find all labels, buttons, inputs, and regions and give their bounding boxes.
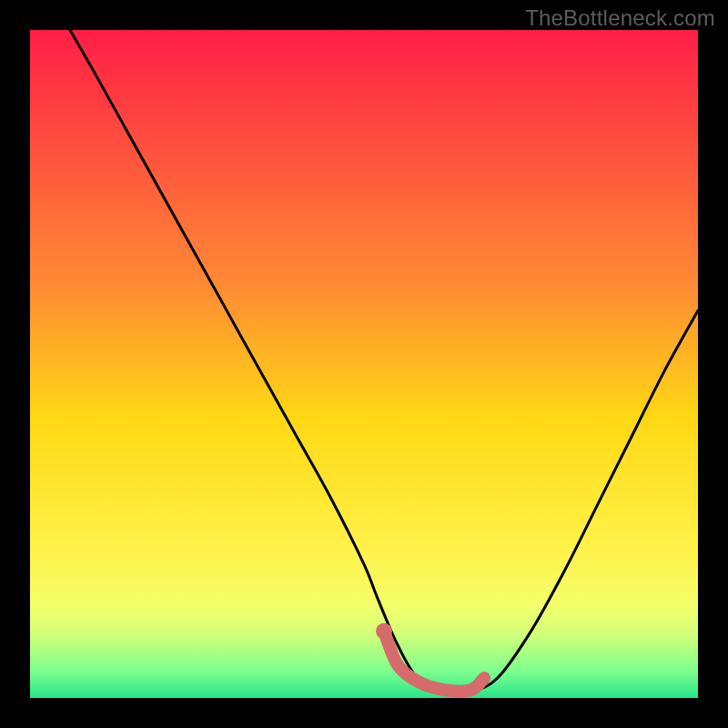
plot-area [30,30,698,698]
attribution-text: TheBottleneck.com [525,5,715,31]
highlight-dot [376,623,392,640]
bottleneck-curve [70,30,698,693]
highlight-segment [384,632,484,692]
curve-layer [30,30,698,698]
chart-frame: TheBottleneck.com [0,0,728,728]
